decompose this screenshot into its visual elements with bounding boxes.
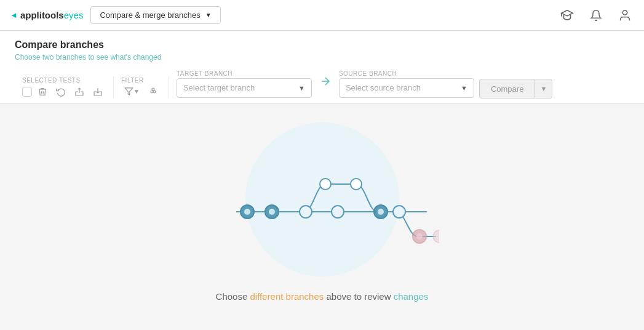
source-branch-label: SOURCE BRANCH (339, 70, 474, 77)
target-branch-select[interactable]: Select target branch ▼ (177, 78, 312, 98)
svg-point-16 (351, 179, 362, 190)
page-subtitle: Choose two branches to see what's change… (15, 53, 629, 62)
branch-selectors-section: TARGET BRANCH Select target branch ▼ SOU… (169, 69, 629, 99)
svg-marker-1 (125, 88, 133, 95)
svg-point-12 (269, 209, 275, 215)
chevron-down-icon: ▼ (205, 12, 212, 18)
compare-merge-dropdown[interactable]: Compare & merge branches ▼ (90, 6, 220, 24)
compare-dropdown-arrow[interactable]: ▼ (535, 79, 552, 99)
selected-tests-group: SELECTED TESTS (22, 77, 106, 99)
svg-point-21 (416, 233, 423, 239)
branch-svg (205, 123, 439, 276)
group-icon (148, 87, 158, 97)
selected-tests-section: SELECTED TESTS (15, 76, 114, 99)
bell-icon (590, 9, 602, 22)
arrow-divider (317, 75, 334, 92)
group-icon-btn[interactable] (145, 85, 161, 99)
svg-point-15 (320, 179, 331, 190)
bell-icon-btn[interactable] (587, 7, 605, 24)
swap-arrow-icon (319, 75, 332, 87)
main-content: Choose different branches above to revie… (0, 104, 644, 320)
filter-label: FILTER (121, 77, 161, 84)
filter-group: FILTER ▼ (121, 77, 161, 99)
message-prefix: Choose (216, 291, 250, 302)
graduation-icon (560, 9, 574, 22)
restore-icon (56, 87, 66, 97)
target-branch-label: TARGET BRANCH (177, 70, 312, 77)
svg-point-3 (153, 91, 156, 93)
branch-illustration (205, 123, 439, 276)
svg-point-0 (622, 10, 627, 14)
page-title: Compare branches (15, 39, 629, 50)
filter-icon (124, 87, 133, 96)
source-branch-group: SOURCE BRANCH Select source branch ▼ (339, 70, 474, 98)
filter-section: FILTER ▼ (114, 76, 169, 99)
source-branch-select[interactable]: Select source branch ▼ (339, 78, 474, 98)
logo-applitools: applitoolseyes (20, 10, 84, 20)
import-icon (93, 87, 103, 97)
user-icon (618, 9, 632, 22)
selected-tests-icons (22, 85, 106, 99)
message-highlight1: different branches (250, 291, 324, 302)
source-branch-chevron: ▼ (461, 84, 467, 92)
graduation-icon-btn[interactable] (558, 6, 576, 25)
svg-point-22 (433, 230, 439, 243)
compare-arrow-icon: ▼ (540, 85, 547, 92)
svg-point-10 (244, 209, 250, 215)
svg-point-19 (393, 206, 405, 218)
message-middle: above to review (324, 291, 393, 302)
toolbar-row: SELECTED TESTS (15, 69, 629, 103)
export-icon-btn[interactable] (71, 85, 87, 99)
header-right (558, 6, 634, 25)
logo: ◄ applitoolseyes (10, 10, 83, 20)
header: ◄ applitoolseyes Compare & merge branche… (0, 0, 644, 31)
svg-point-14 (332, 206, 344, 218)
selected-tests-label: SELECTED TESTS (22, 77, 106, 84)
svg-point-13 (300, 206, 312, 218)
import-icon-btn[interactable] (90, 85, 106, 99)
svg-point-18 (378, 209, 384, 215)
user-icon-btn[interactable] (616, 6, 634, 25)
svg-point-4 (152, 88, 154, 91)
delete-icon-btn[interactable] (34, 85, 50, 99)
select-all-checkbox[interactable] (22, 87, 32, 97)
target-branch-chevron: ▼ (298, 84, 305, 92)
svg-point-2 (151, 91, 153, 93)
target-branch-placeholder: Select target branch (183, 83, 255, 92)
message-highlight2: changes (394, 291, 429, 302)
compare-button[interactable]: Compare (479, 79, 535, 99)
filter-icons: ▼ (121, 85, 161, 99)
compare-button-group: Compare ▼ (479, 79, 552, 99)
dropdown-label: Compare & merge branches (100, 10, 200, 20)
empty-state-message: Choose different branches above to revie… (216, 291, 429, 302)
logo-arrow-icon: ◄ (10, 10, 18, 20)
filter-chevron: ▼ (133, 88, 140, 95)
target-branch-group: TARGET BRANCH Select target branch ▼ (177, 70, 312, 98)
filter-icon-btn[interactable]: ▼ (121, 85, 143, 98)
export-icon (74, 87, 84, 97)
restore-icon-btn[interactable] (53, 85, 69, 99)
header-left: ◄ applitoolseyes Compare & merge branche… (10, 6, 221, 24)
delete-icon (38, 87, 47, 97)
source-branch-placeholder: Select source branch (346, 83, 421, 92)
sub-header: Compare branches Choose two branches to … (0, 31, 644, 104)
